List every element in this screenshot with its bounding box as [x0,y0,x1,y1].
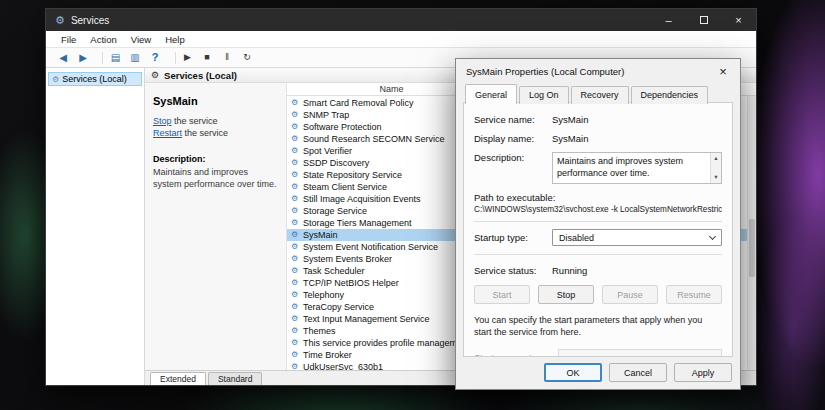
service-gear-icon: ⚙ [291,255,300,263]
service-gear-icon: ⚙ [291,315,300,323]
description-textarea[interactable]: Maintains and improves system performanc… [552,152,722,184]
forward-icon[interactable]: ▶ [74,50,92,66]
service-gear-icon: ⚙ [291,291,300,299]
close-button[interactable]: × [721,9,756,31]
window-titlebar[interactable]: ⚙ Services – × [46,9,756,31]
menu-item[interactable]: View [124,34,158,45]
start-parameters-label: Start parameters: [474,352,558,357]
service-name: Still Image Acquisition Events [303,194,421,204]
startup-type-select[interactable]: Disabled [552,229,722,246]
restart-service-line: Restart the service [153,128,278,138]
service-gear-icon: ⚙ [291,327,300,335]
back-icon[interactable]: ◀ [54,50,72,66]
maximize-button[interactable] [686,9,721,31]
dialog-tab[interactable]: Dependencies [631,86,709,104]
desktop: ⚙ Services – × FileActionViewHelp ◀▶▤▥?▶… [0,0,825,410]
service-status-value: Running [552,265,722,276]
stop-service-icon[interactable]: ■ [198,50,216,66]
minimize-icon: – [665,14,671,26]
export-list-icon[interactable]: ▥ [126,50,144,66]
description-label: Description: [474,152,552,163]
resume-service-button[interactable]: Resume [666,285,722,304]
service-name: Steam Client Service [303,182,387,192]
view-tab[interactable]: Standard [208,372,263,385]
dialog-close-button[interactable]: × [706,59,740,83]
console-tree-icon[interactable]: ▤ [106,50,124,66]
service-name: TCP/IP NetBIOS Helper [303,278,399,288]
selected-service-title: SysMain [153,95,278,107]
dialog-title: SysMain Properties (Local Computer) [466,66,624,77]
menu-item[interactable]: File [54,34,83,45]
service-name: Time Broker [303,350,352,360]
service-name-label: Service name: [474,114,552,125]
service-name: Themes [303,326,336,336]
cancel-button[interactable]: Cancel [609,363,667,382]
service-name: Telephony [303,290,344,300]
service-name: State Repository Service [303,170,402,180]
apply-button[interactable]: Apply [674,363,732,382]
services-app-icon: ⚙ [55,15,65,26]
service-name: Sound Research SECOMN Service [303,134,445,144]
service-name: Spot Verifier [303,146,352,156]
service-gear-icon: ⚙ [291,363,300,370]
start-service-button[interactable]: Start [474,285,530,304]
scroll-down-icon[interactable]: ▼ [713,174,718,181]
display-name-value: SysMain [552,133,722,144]
service-gear-icon: ⚙ [291,123,300,131]
chevron-down-icon [709,232,716,239]
window-title: Services [71,15,651,26]
service-gear-icon: ⚙ [291,219,300,227]
service-gear-icon: ⚙ [291,195,300,203]
dialog-titlebar[interactable]: SysMain Properties (Local Computer) × [456,59,740,83]
help-icon[interactable]: ? [146,50,164,66]
restart-service-icon[interactable]: ↻ [238,50,256,66]
pause-service-icon[interactable]: ‖ [218,50,236,66]
service-name: SNMP Trap [303,110,349,120]
view-tab[interactable]: Extended [150,372,206,385]
divider [474,254,722,255]
service-name: Storage Service [303,206,367,216]
service-gear-icon: ⚙ [291,231,300,239]
service-gear-icon: ⚙ [291,111,300,119]
service-name: SysMain [303,230,338,240]
service-control-buttons: Start Stop Pause Resume [474,285,722,304]
service-status-label: Service status: [474,265,552,276]
ok-button[interactable]: OK [544,363,602,382]
divider [474,221,722,222]
dialog-tab[interactable]: Recovery [571,86,629,104]
dialog-tab[interactable]: General [465,84,517,104]
stop-service-line: Stop the service [153,116,278,126]
stop-service-button[interactable]: Stop [538,285,594,304]
service-gear-icon: ⚙ [291,207,300,215]
close-icon: × [719,64,727,79]
stop-service-link[interactable]: Stop [153,116,172,126]
tree-item-services-local[interactable]: ⚙ Services (Local) [48,72,142,86]
restart-service-link[interactable]: Restart [153,128,182,138]
minimize-button[interactable]: – [651,9,686,31]
dialog-footer: OK Cancel Apply [544,363,732,382]
service-gear-icon: ⚙ [291,279,300,287]
maximize-icon [700,16,708,24]
service-gear-icon: ⚙ [291,159,300,167]
close-icon: × [735,14,741,26]
menubar: FileActionViewHelp [46,31,756,48]
window-controls: – × [651,9,756,31]
menu-item[interactable]: Help [158,34,192,45]
pause-service-button[interactable]: Pause [602,285,658,304]
start-parameters-hint: You can specify the start parameters tha… [474,314,722,338]
services-node-icon: ⚙ [52,75,59,84]
description-label: Description: [153,154,278,164]
scrollbar-thumb[interactable] [749,219,755,277]
list-scrollbar[interactable] [747,96,756,370]
scroll-up-icon[interactable]: ▲ [713,155,718,162]
service-gear-icon: ⚙ [291,183,300,191]
start-service-icon[interactable]: ▶ [178,50,196,66]
start-parameters-input[interactable] [558,349,722,357]
service-gear-icon: ⚙ [291,135,300,143]
service-name: Software Protection [303,122,382,132]
menu-item[interactable]: Action [83,34,123,45]
service-name: System Event Notification Service [303,242,438,252]
description-scrollbar[interactable]: ▲ ▼ [710,153,721,183]
dialog-tab[interactable]: Log On [519,86,569,104]
service-name: Storage Tiers Management [303,218,412,228]
